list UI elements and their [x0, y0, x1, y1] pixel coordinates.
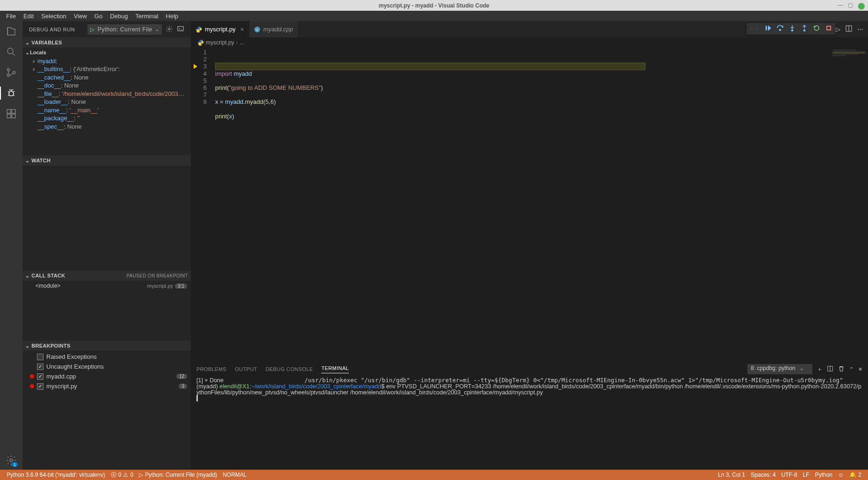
line-gutter[interactable]: 12345678	[191, 48, 215, 361]
line-number[interactable]: 1	[191, 49, 215, 56]
checkbox[interactable]	[37, 373, 43, 380]
terminal-selector[interactable]: 8: cppdbg: python ⌄	[747, 364, 812, 374]
stop-icon[interactable]	[825, 24, 832, 33]
code-line[interactable]	[215, 106, 831, 113]
debug-toolbar[interactable]: ⋮⋮	[746, 23, 835, 35]
maximize-button[interactable]: ▢	[848, 2, 853, 9]
kill-terminal-icon[interactable]	[838, 365, 845, 373]
checkbox[interactable]	[37, 383, 43, 390]
variable-row[interactable]: __doc__: None	[22, 81, 191, 90]
stack-frame[interactable]: <module> myscript.py 3:1	[22, 282, 191, 290]
menu-view[interactable]: View	[71, 11, 90, 21]
run-file-icon[interactable]: ▷	[836, 26, 840, 33]
code-content[interactable]: import myadd print("going to ADD SOME NU…	[215, 48, 831, 361]
debug-icon[interactable]	[6, 87, 17, 99]
maximize-panel-icon[interactable]: ⌃	[849, 366, 854, 372]
variable-row[interactable]: __cached__: None	[22, 73, 191, 82]
variable-row[interactable]: __package__: ''	[22, 114, 191, 123]
panel-tab-terminal[interactable]: TERMINAL	[321, 365, 349, 373]
variable-row[interactable]: __file__: '/home/elendil/work/island_bir…	[22, 90, 191, 98]
terminal-content[interactable]: [1] + Done /usr/bin/pkexec "/usr/bin/gdb…	[191, 377, 868, 470]
panel-tab-problems[interactable]: PROBLEMS	[196, 366, 226, 372]
variable-row[interactable]: ›myadd:	[22, 57, 191, 65]
close-button[interactable]: ⬤	[858, 2, 865, 9]
step-over-icon[interactable]	[776, 24, 784, 33]
code-line[interactable]	[215, 120, 831, 127]
restart-icon[interactable]	[813, 24, 820, 33]
problems-status[interactable]: ⓧ0 ⚠0	[108, 471, 136, 479]
editor-tab[interactable]: Cmyadd.cpp	[249, 21, 298, 37]
line-number[interactable]: 6	[191, 84, 215, 91]
code-line[interactable]: import myadd	[215, 70, 831, 77]
breakpoint-row[interactable]: myscript.py3	[22, 381, 191, 391]
close-tab-icon[interactable]: ×	[240, 26, 244, 33]
breakpoint-row[interactable]: Raised Exceptions	[22, 352, 191, 362]
panel-tab-output[interactable]: OUTPUT	[235, 366, 257, 372]
menu-file[interactable]: File	[3, 11, 19, 21]
code-line[interactable]	[215, 91, 831, 98]
checkbox[interactable]	[37, 354, 43, 360]
new-terminal-icon[interactable]: ＋	[817, 366, 822, 373]
code-line[interactable]: print(x)	[215, 113, 831, 120]
settings-gear-icon[interactable]	[6, 455, 17, 466]
vim-mode[interactable]: NORMAL	[220, 472, 249, 478]
callstack-header[interactable]: ⌄ CALL STACK PAUSED ON BREAKPOINT	[22, 270, 191, 281]
debug-settings-gear-icon[interactable]	[166, 25, 173, 34]
line-number[interactable]: 3	[191, 63, 215, 70]
extensions-icon[interactable]	[6, 108, 17, 119]
explorer-icon[interactable]	[6, 26, 17, 37]
editor-tab[interactable]: myscript.py×	[191, 21, 249, 37]
breadcrumb[interactable]: myscript.py › ...	[191, 37, 868, 48]
line-number[interactable]: 8	[191, 98, 215, 105]
breakpoints-header[interactable]: ⌄ BREAKPOINTS	[22, 341, 191, 351]
start-debug-icon[interactable]: ▷	[90, 26, 95, 33]
line-number[interactable]: 5	[191, 77, 215, 84]
locals-header[interactable]: ⌄Locals	[22, 49, 191, 57]
variable-row[interactable]: ›__builtins__: {'ArithmeticError':	[22, 65, 191, 73]
split-terminal-icon[interactable]	[827, 365, 833, 373]
encoding[interactable]: UTF-8	[779, 472, 800, 478]
variables-header[interactable]: ⌄ VARIABLES	[22, 37, 191, 48]
menu-edit[interactable]: Edit	[20, 11, 37, 21]
step-out-icon[interactable]	[801, 24, 808, 33]
debug-config-dropdown[interactable]: ▷ Python: Current File ⌄	[87, 24, 162, 35]
drag-grip-icon[interactable]: ⋮⋮	[749, 26, 760, 32]
code-editor[interactable]: 12345678 import myadd print("going to AD…	[191, 48, 868, 361]
breakpoint-row[interactable]: Uncaught Exceptions	[22, 362, 191, 371]
eol[interactable]: LF	[800, 472, 812, 478]
menu-selection[interactable]: Selection	[38, 11, 69, 21]
step-into-icon[interactable]	[788, 24, 796, 33]
notifications[interactable]: 🔔2	[846, 472, 864, 478]
panel-tab-debug-console[interactable]: DEBUG CONSOLE	[266, 366, 313, 372]
debug-console-icon[interactable]	[177, 25, 184, 34]
split-editor-icon[interactable]	[845, 25, 853, 34]
language-mode[interactable]: Python	[812, 472, 835, 478]
menu-debug[interactable]: Debug	[107, 11, 131, 21]
debug-status[interactable]: ▷ Python: Current File (myadd)	[136, 472, 220, 478]
code-line[interactable]	[215, 77, 831, 84]
indentation[interactable]: Spaces: 4	[748, 472, 778, 478]
minimap[interactable]	[831, 48, 868, 361]
continue-icon[interactable]	[764, 24, 772, 33]
close-panel-icon[interactable]: ✕	[858, 366, 862, 372]
code-line[interactable]: x = myadd.myadd(5,6)	[215, 98, 831, 105]
variable-row[interactable]: __spec__: None	[22, 123, 191, 131]
menu-help[interactable]: Help	[163, 11, 182, 21]
python-interpreter[interactable]: Python 3.6.9 64-bit ('myadd': virtualenv…	[4, 472, 108, 478]
menu-go[interactable]: Go	[91, 11, 106, 21]
checkbox[interactable]	[37, 364, 43, 370]
variable-row[interactable]: __loader__: None	[22, 98, 191, 106]
code-line[interactable]: print("going to ADD SOME NUMBERS")	[215, 84, 831, 91]
minimize-button[interactable]: —	[838, 2, 843, 9]
line-number[interactable]: 7	[191, 91, 215, 98]
more-actions-icon[interactable]: ⋯	[857, 26, 863, 33]
variable-row[interactable]: __name__: '__main__'	[22, 106, 191, 115]
cursor-position[interactable]: Ln 3, Col 1	[715, 472, 748, 478]
breakpoint-row[interactable]: myadd.cpp12	[22, 371, 191, 381]
watch-header[interactable]: ⌄ WATCH	[22, 155, 191, 166]
source-control-icon[interactable]	[6, 67, 17, 78]
search-icon[interactable]	[6, 46, 17, 58]
menu-terminal[interactable]: Terminal	[132, 11, 161, 21]
feedback-icon[interactable]: ☺	[835, 472, 846, 478]
line-number[interactable]: 4	[191, 70, 215, 77]
